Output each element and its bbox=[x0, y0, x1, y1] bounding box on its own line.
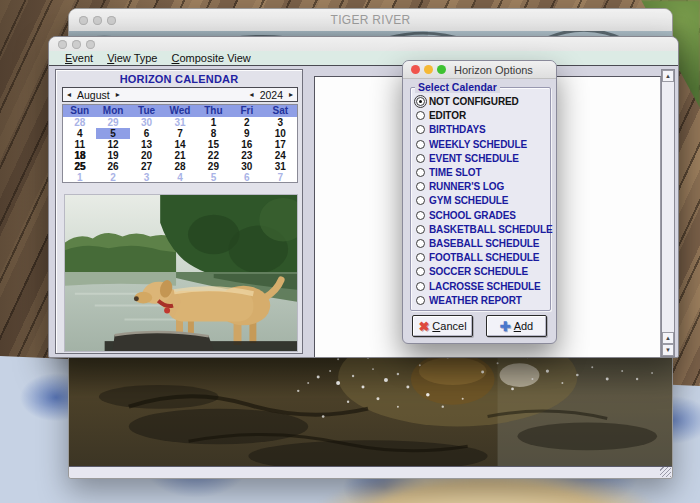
calendar-day[interactable]: 31 bbox=[264, 161, 297, 172]
calendar-day[interactable]: 29 bbox=[96, 117, 129, 128]
calendar-day[interactable]: 11 bbox=[63, 139, 96, 150]
radio-icon[interactable] bbox=[416, 296, 425, 305]
calendar-app-titlebar[interactable] bbox=[49, 37, 678, 51]
calendar-day[interactable]: 28 bbox=[63, 117, 96, 128]
calendar-day[interactable]: 16 bbox=[230, 139, 263, 150]
radio-icon[interactable] bbox=[416, 125, 425, 134]
scroll-up-button[interactable]: ▲ bbox=[662, 70, 674, 82]
calendar-day[interactable]: 24 bbox=[264, 150, 297, 161]
close-icon[interactable] bbox=[411, 65, 420, 74]
radio-option[interactable]: EDITOR bbox=[416, 109, 548, 122]
radio-option[interactable]: RUNNER'S LOG bbox=[416, 180, 548, 193]
calendar-day[interactable]: 7 bbox=[264, 172, 297, 183]
minimize-icon[interactable] bbox=[72, 40, 81, 49]
calendar-day[interactable]: 1 bbox=[197, 117, 230, 128]
radio-icon[interactable] bbox=[416, 196, 425, 205]
radio-option[interactable]: NOT CONFIGURED bbox=[416, 95, 548, 108]
radio-icon[interactable] bbox=[416, 225, 425, 234]
radio-icon[interactable] bbox=[416, 267, 425, 276]
radio-option[interactable]: BASKETBALL SCHEDULE bbox=[416, 223, 548, 236]
calendar-day[interactable]: 26 bbox=[96, 161, 129, 172]
menu-item[interactable]: View Type bbox=[100, 52, 164, 64]
calendar-day[interactable]: 22 bbox=[197, 150, 230, 161]
calendar-day[interactable]: 27 bbox=[130, 161, 163, 172]
calendar-day[interactable]: 6 bbox=[130, 128, 163, 139]
radio-option[interactable]: LACROSSE SCHEDULE bbox=[416, 280, 548, 293]
next-year-icon[interactable]: ▸ bbox=[289, 91, 293, 99]
resize-grip-icon[interactable] bbox=[660, 467, 671, 477]
calendar-day[interactable]: 25 bbox=[63, 161, 96, 172]
calendar-day[interactable]: 15 bbox=[197, 139, 230, 150]
radio-icon[interactable] bbox=[416, 154, 425, 163]
radio-icon[interactable] bbox=[416, 168, 425, 177]
radio-option[interactable]: BASEBALL SCHEDULE bbox=[416, 237, 548, 250]
calendar-day[interactable]: 5 bbox=[197, 172, 230, 183]
radio-option-label: BIRTHDAYS bbox=[429, 124, 486, 135]
add-button-label: Add bbox=[514, 320, 534, 332]
calendar-day[interactable]: 14 bbox=[163, 139, 196, 150]
radio-option[interactable]: TIME SLOT bbox=[416, 166, 548, 179]
radio-option[interactable]: WEATHER REPORT bbox=[416, 294, 548, 307]
radio-option-label: BASKETBALL SCHEDULE bbox=[429, 224, 552, 235]
calendar-day[interactable]: 4 bbox=[163, 172, 196, 183]
calendar-day[interactable]: 9 bbox=[230, 128, 263, 139]
calendar-day[interactable]: 13 bbox=[130, 139, 163, 150]
scroll-down-button[interactable]: ▼ bbox=[662, 344, 674, 356]
radio-option[interactable]: BIRTHDAYS bbox=[416, 123, 548, 136]
calendar-day[interactable]: 30 bbox=[130, 117, 163, 128]
horizontal-scrollbar[interactable] bbox=[69, 466, 672, 478]
radio-icon[interactable] bbox=[416, 253, 425, 262]
calendar-day[interactable]: 4 bbox=[63, 128, 96, 139]
radio-option[interactable]: SCHOOL GRADES bbox=[416, 209, 548, 222]
close-icon[interactable] bbox=[58, 40, 67, 49]
radio-option[interactable]: GYM SCHEDULE bbox=[416, 194, 548, 207]
zoom-icon[interactable] bbox=[86, 40, 95, 49]
dog-lake-photo bbox=[64, 194, 298, 352]
calendar-day[interactable]: 19 bbox=[96, 150, 129, 161]
tiger-river-titlebar[interactable]: TIGER RIVER bbox=[69, 9, 672, 31]
radio-option[interactable]: EVENT SCHEDULE bbox=[416, 152, 548, 165]
calendar-day[interactable]: 10 bbox=[264, 128, 297, 139]
previous-month-icon[interactable]: ◂ bbox=[67, 91, 71, 99]
calendar-day[interactable]: 3 bbox=[264, 117, 297, 128]
previous-year-icon[interactable]: ◂ bbox=[250, 91, 254, 99]
calendar-day[interactable]: 23 bbox=[230, 150, 263, 161]
radio-option[interactable]: WEEKLY SCHEDULE bbox=[416, 138, 548, 151]
calendar-day[interactable]: 1 bbox=[63, 172, 96, 183]
cancel-button[interactable]: ✖ Cancel bbox=[412, 315, 473, 337]
calendar-day[interactable]: 7 bbox=[163, 128, 196, 139]
calendar-day[interactable]: 8 bbox=[197, 128, 230, 139]
calendar-day[interactable]: 6 bbox=[230, 172, 263, 183]
calendar-day[interactable]: 12 bbox=[96, 139, 129, 150]
calendar-day[interactable]: 2 bbox=[96, 172, 129, 183]
radio-icon[interactable] bbox=[416, 140, 425, 149]
calendar-day[interactable]: 21 bbox=[163, 150, 196, 161]
dialog-titlebar[interactable]: Horizon Options bbox=[403, 61, 556, 79]
calendar-day[interactable]: 5 bbox=[96, 128, 129, 139]
calendar-day[interactable]: 17 bbox=[264, 139, 297, 150]
calendar-day[interactable]: 29 bbox=[197, 161, 230, 172]
add-button[interactable]: ✚ Add bbox=[486, 315, 547, 337]
radio-icon[interactable] bbox=[416, 111, 425, 120]
radio-icon[interactable] bbox=[416, 211, 425, 220]
next-month-icon[interactable]: ▸ bbox=[116, 91, 120, 99]
calendar-day[interactable]: 30 bbox=[230, 161, 263, 172]
radio-icon[interactable] bbox=[416, 97, 425, 106]
minimize-icon[interactable] bbox=[424, 65, 433, 74]
calendar-day[interactable]: 31 bbox=[163, 117, 196, 128]
calendar-day[interactable]: 28 bbox=[163, 161, 196, 172]
calendar-day[interactable]: 3 bbox=[130, 172, 163, 183]
menu-item[interactable]: Event bbox=[58, 52, 100, 64]
calendar-day[interactable]: 20 bbox=[130, 150, 163, 161]
radio-icon[interactable] bbox=[416, 182, 425, 191]
vertical-scrollbar[interactable]: ▲ ▲ ▼ bbox=[661, 69, 675, 357]
radio-option[interactable]: SOCCER SCHEDULE bbox=[416, 265, 548, 278]
calendar-day[interactable]: 2 bbox=[230, 117, 263, 128]
zoom-icon[interactable] bbox=[437, 65, 446, 74]
calendar-day[interactable]: 18 bbox=[63, 150, 96, 161]
scroll-up-button[interactable]: ▲ bbox=[662, 332, 674, 344]
menu-item[interactable]: Composite View bbox=[165, 52, 258, 64]
radio-option[interactable]: FOOTBALL SCHEDULE bbox=[416, 251, 548, 264]
radio-icon[interactable] bbox=[416, 239, 425, 248]
radio-icon[interactable] bbox=[416, 282, 425, 291]
